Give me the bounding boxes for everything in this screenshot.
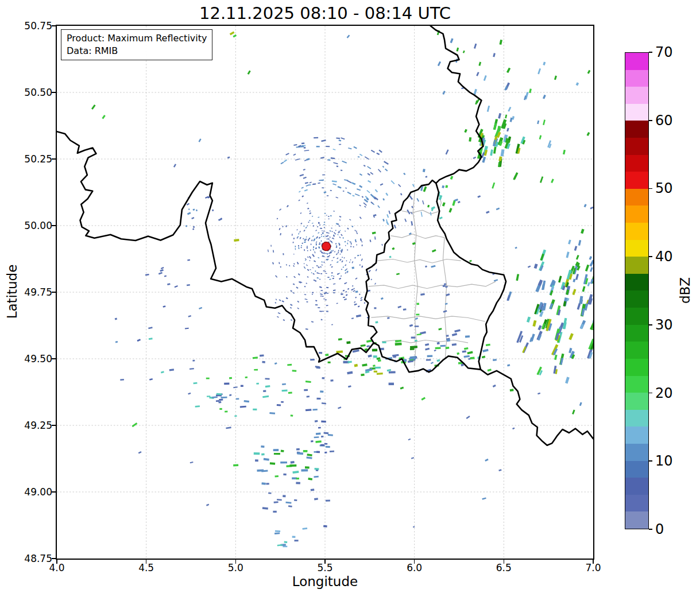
colorbar-band (625, 427, 648, 444)
colorbar-tick-label: 70 (655, 44, 673, 60)
y-tick-mark (52, 25, 56, 26)
colorbar-band (625, 376, 648, 393)
grid-lines (57, 26, 593, 559)
product-label: Product: Maximum Reflectivity (67, 32, 207, 45)
y-tick-label: 50.25 (24, 153, 52, 165)
colorbar-tick-label: 40 (655, 249, 673, 265)
y-tick-mark (52, 491, 56, 493)
y-tick-label: 50.75 (24, 20, 52, 32)
y-tick-label: 49.00 (24, 486, 52, 498)
colorbar-band (625, 511, 648, 529)
colorbar-band (625, 410, 648, 427)
colorbar-band (625, 87, 648, 104)
colorbar-tick-label: 10 (655, 453, 673, 469)
colorbar-band (625, 155, 648, 172)
colorbar-band (625, 478, 648, 495)
colorbar (625, 52, 649, 529)
colorbar-band (625, 257, 648, 274)
figure-title: 12.11.2025 08:10 - 08:14 UTC (57, 3, 593, 23)
y-tick-mark (52, 292, 56, 293)
colorbar-band (625, 206, 648, 223)
y-tick-mark (52, 425, 56, 426)
radar-figure: 12.11.2025 08:10 - 08:14 UTC Product: Ma… (0, 0, 700, 597)
y-tick-label: 48.75 (24, 553, 52, 564)
colorbar-tick-mark (649, 120, 652, 121)
product-annotation-box: Product: Maximum Reflectivity Data: RMIB (61, 29, 212, 60)
colorbar-band (625, 359, 648, 376)
colorbar-tick-mark (649, 460, 652, 462)
map-canvas (57, 26, 593, 559)
colorbar-band (625, 240, 648, 257)
colorbar-band (625, 308, 648, 325)
x-tick-label: 5.5 (317, 562, 332, 573)
colorbar-tick-label: 50 (655, 180, 673, 196)
x-tick-label: 4.5 (138, 562, 154, 573)
colorbar-tick-mark (649, 529, 652, 530)
radar-site-marker (322, 242, 331, 251)
colorbar-band (625, 290, 648, 308)
y-tick-label: 49.25 (24, 420, 52, 431)
x-tick-label: 5.0 (228, 562, 243, 573)
y-tick-mark (52, 558, 56, 559)
colorbar-band (625, 495, 648, 512)
colorbar-tick-mark (649, 188, 652, 189)
y-tick-label: 50.00 (24, 220, 52, 231)
colorbar-tick-label: 0 (655, 521, 664, 537)
y-tick-mark (52, 158, 56, 160)
colorbar-tick-mark (649, 393, 652, 394)
colorbar-band (625, 70, 648, 87)
colorbar-band (625, 274, 648, 291)
map-plot-area: Product: Maximum Reflectivity Data: RMIB (56, 25, 594, 560)
colorbar-label: dBZ (678, 277, 693, 304)
colorbar-tick-mark (649, 324, 652, 325)
colorbar-tick-mark (649, 256, 652, 257)
colorbar-band (625, 189, 648, 206)
y-axis-label: Latitude (5, 265, 20, 319)
colorbar-tick-label: 60 (655, 113, 673, 129)
x-axis-label: Longitude (57, 574, 593, 589)
colorbar-band (625, 138, 648, 155)
colorbar-tick-label: 20 (655, 385, 673, 401)
colorbar-band (625, 342, 648, 359)
y-tick-label: 50.50 (24, 87, 52, 98)
radar-echoes (91, 30, 593, 559)
data-source-label: Data: RMIB (67, 45, 207, 57)
colorbar-band (625, 53, 648, 70)
colorbar-band (625, 104, 648, 121)
colorbar-band (625, 121, 648, 138)
x-tick-label: 7.0 (585, 562, 601, 573)
canton-borders (368, 191, 496, 366)
colorbar-band (625, 172, 648, 189)
colorbar-band (625, 223, 648, 240)
y-tick-mark (52, 225, 56, 226)
colorbar-band (625, 393, 648, 410)
y-tick-label: 49.75 (24, 286, 52, 298)
x-tick-label: 6.0 (407, 562, 422, 573)
y-tick-label: 49.50 (24, 353, 52, 365)
y-tick-mark (52, 358, 56, 359)
colorbar-band (625, 325, 648, 342)
colorbar-band (625, 461, 648, 478)
colorbar-tick-mark (649, 52, 652, 53)
colorbar-band (625, 444, 648, 461)
colorbar-tick-label: 30 (655, 317, 673, 333)
x-tick-label: 6.5 (496, 562, 512, 573)
y-tick-mark (52, 92, 56, 93)
